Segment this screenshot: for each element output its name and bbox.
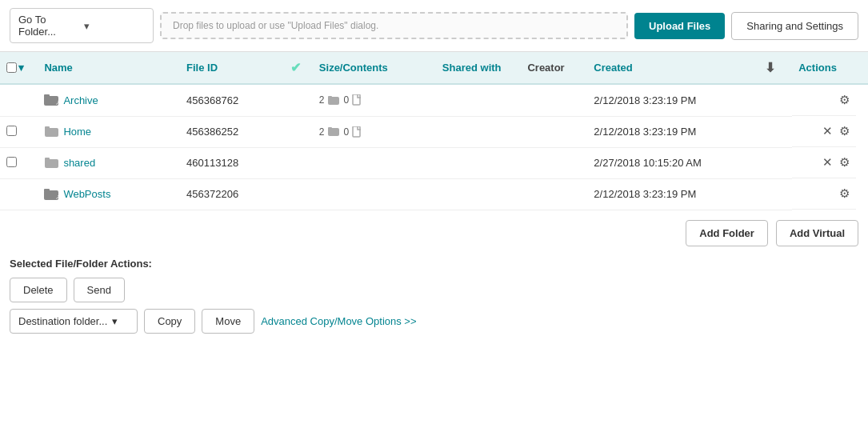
add-folder-button[interactable]: Add Folder [686,220,768,246]
chevron-down-icon: ▾ [112,315,118,327]
header-name: Name [38,52,180,84]
gear-icon[interactable]: ⚙ [839,124,850,138]
advanced-copy-move-link[interactable]: Advanced Copy/Move Options >> [261,315,416,327]
file-count: 0 [344,94,350,106]
folder-name-text: WebPosts [63,188,110,200]
actions-cell: ⚙ [792,85,856,116]
file-count: 0 [344,126,350,138]
svg-text:↗: ↗ [55,194,60,201]
svg-rect-9 [328,127,332,130]
created-cell: 2/12/2018 3:23:19 PM [587,178,758,210]
table-row: ↗WebPosts4563722062/12/2018 3:23:19 PM⚙ [0,178,868,210]
folder-name-link[interactable]: Home [44,126,174,138]
sharing-settings-button[interactable]: Sharing and Settings [731,12,858,40]
close-icon[interactable]: ✕ [822,124,833,138]
folder-mini-icon [328,126,341,137]
created-cell: 2/27/2018 10:15:20 AM [587,147,758,178]
secondary-action-row: Destination folder... ▾ Copy Move Advanc… [10,309,858,334]
shared-with-cell [436,147,522,178]
folder-name-link[interactable]: ↗WebPosts [44,188,174,201]
folder-name-link[interactable]: ↗Archive [44,94,174,106]
file-id-cell: 456368762 [180,84,284,116]
header-checkbox-col: ▾ [0,52,38,84]
go-to-folder-dropdown[interactable]: Go To Folder... ▾ [10,8,154,43]
svg-rect-4 [328,96,332,98]
size-cell: 20 [313,116,436,147]
shared-with-cell [436,116,522,147]
verified-icon: ✔ [290,61,301,74]
gear-icon[interactable]: ⚙ [839,155,850,170]
svg-rect-5 [353,94,360,105]
folder-icon [44,126,60,138]
upload-files-button[interactable]: Upload Files [634,13,725,39]
verified-cell [284,147,313,178]
shared-with-cell [436,178,522,210]
copy-button[interactable]: Copy [144,309,195,334]
row-checkbox[interactable] [6,126,17,136]
size-cell: 20 [313,84,436,116]
folder-name-text: Home [63,126,91,138]
file-mini-icon [352,126,362,138]
table-header-row: ▾ Name File ID ✔ Size/Contents Shared wi… [0,52,868,84]
table-row: shared4601131282/27/2018 10:15:20 AM✕⚙ [0,147,868,178]
row-checkbox[interactable] [6,157,17,167]
delete-button[interactable]: Delete [10,278,67,302]
send-button[interactable]: Send [74,278,125,302]
primary-action-row: Delete Send [10,278,858,302]
download-icon: ⬇ [765,61,775,74]
creator-cell [521,178,587,210]
folder-name-text: shared [63,157,95,169]
move-button[interactable]: Move [202,309,254,334]
destination-folder-dropdown[interactable]: Destination folder... ▾ [10,309,138,334]
creator-cell [521,116,587,147]
folder-mini-icon [328,95,341,106]
table-row: ↗Archive456368762202/12/2018 3:23:19 PM⚙ [0,84,868,116]
bottom-section: Selected File/Folder Actions: Delete Sen… [0,246,868,343]
svg-rect-7 [45,126,50,130]
folder-count: 2 [319,94,325,106]
download-cell [758,84,793,116]
add-buttons-row: Add Folder Add Virtual [0,210,868,246]
header-download: ⬇ [758,52,793,84]
header-shared-with: Shared with [436,52,522,84]
destination-folder-label: Destination folder... [18,315,107,327]
creator-cell [521,147,587,178]
toolbar: Go To Folder... ▾ Drop files to upload o… [0,0,868,52]
folder-count: 2 [319,126,325,138]
gear-icon[interactable]: ⚙ [839,186,850,201]
table-row: Home456386252202/12/2018 3:23:19 PM✕⚙ [0,116,868,147]
header-verified: ✔ [284,52,313,84]
select-all-checkbox[interactable] [6,62,17,73]
header-file-id: File ID [180,52,284,84]
download-cell [758,116,793,147]
file-mini-icon [352,94,362,106]
svg-text:↗: ↗ [55,99,60,106]
file-id-cell: 460113128 [180,147,284,178]
close-icon[interactable]: ✕ [822,155,833,170]
gear-icon[interactable]: ⚙ [839,93,850,107]
actions-cell: ✕⚙ [792,116,856,147]
creator-cell [521,84,587,116]
linked-folder-icon: ↗ [44,188,60,201]
folder-icon [44,157,60,170]
folder-name-link[interactable]: shared [44,157,174,170]
created-cell: 2/12/2018 3:23:19 PM [587,84,758,116]
created-cell: 2/12/2018 3:23:19 PM [587,116,758,147]
header-actions: Actions [792,52,868,84]
go-to-folder-label: Go To Folder... [18,14,79,38]
actions-cell: ✕⚙ [792,147,856,178]
add-virtual-button[interactable]: Add Virtual [776,220,858,246]
linked-folder-icon: ↗ [44,94,60,106]
header-creator: Creator [521,52,587,84]
svg-rect-12 [45,158,50,161]
file-id-cell: 456372206 [180,178,284,210]
header-created: Created [587,52,758,84]
verified-cell [284,178,313,210]
download-cell [758,147,793,178]
drop-zone-text: Drop files to upload or use "Upload File… [173,20,378,31]
file-id-cell: 456386252 [180,116,284,147]
size-cell [313,147,436,178]
size-cell [313,178,436,210]
file-table: ▾ Name File ID ✔ Size/Contents Shared wi… [0,52,868,210]
folder-name-text: Archive [63,94,98,106]
